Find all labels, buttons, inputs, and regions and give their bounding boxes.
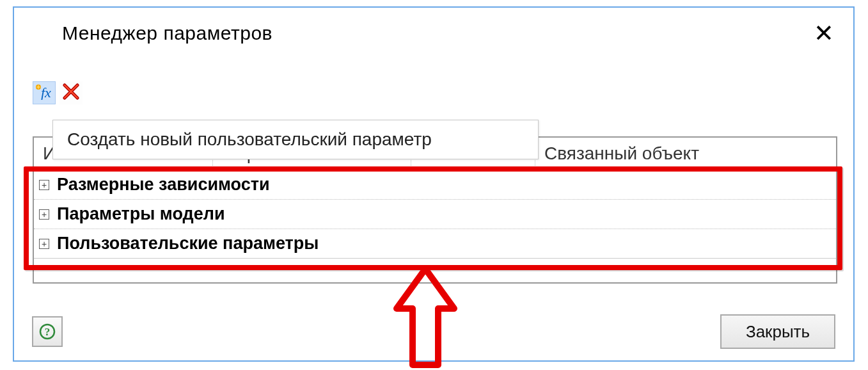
new-parameter-button[interactable]: fx bbox=[33, 81, 56, 104]
fx-icon: fx bbox=[35, 83, 54, 102]
svg-text:fx: fx bbox=[41, 84, 51, 100]
column-header-object[interactable]: Связанный объект bbox=[535, 138, 836, 170]
help-button[interactable]: ? bbox=[32, 316, 63, 347]
help-icon: ? bbox=[38, 323, 56, 341]
group-row-dimensional-constraints[interactable]: + Размерные зависимости bbox=[34, 170, 836, 200]
group-row-model-parameters[interactable]: + Параметры модели bbox=[34, 200, 836, 229]
parameter-manager-dialog: Менеджер параметров ✕ fx Создать новый п… bbox=[13, 6, 855, 362]
title-bar: Менеджер параметров ✕ bbox=[14, 8, 853, 59]
close-icon[interactable]: ✕ bbox=[814, 21, 834, 45]
svg-text:?: ? bbox=[45, 326, 51, 338]
plus-icon[interactable]: + bbox=[39, 239, 49, 249]
tooltip: Создать новый пользовательский параметр bbox=[52, 120, 539, 159]
plus-icon[interactable]: + bbox=[39, 209, 49, 220]
dialog-title: Менеджер параметров bbox=[62, 22, 272, 44]
close-button-label: Закрыть bbox=[746, 322, 810, 342]
toolbar: fx bbox=[33, 81, 83, 104]
delete-parameter-button[interactable] bbox=[59, 81, 83, 104]
grid-body: + Размерные зависимости + Параметры моде… bbox=[34, 170, 836, 259]
plus-icon[interactable]: + bbox=[39, 180, 49, 190]
close-button[interactable]: Закрыть bbox=[720, 314, 835, 349]
group-row-user-parameters[interactable]: + Пользовательские параметры bbox=[34, 229, 836, 259]
group-label: Размерные зависимости bbox=[57, 175, 270, 195]
dialog-footer: ? Закрыть bbox=[14, 303, 853, 360]
group-label: Пользовательские параметры bbox=[57, 234, 319, 253]
group-label: Параметры модели bbox=[57, 204, 225, 224]
delete-x-icon bbox=[63, 83, 79, 102]
